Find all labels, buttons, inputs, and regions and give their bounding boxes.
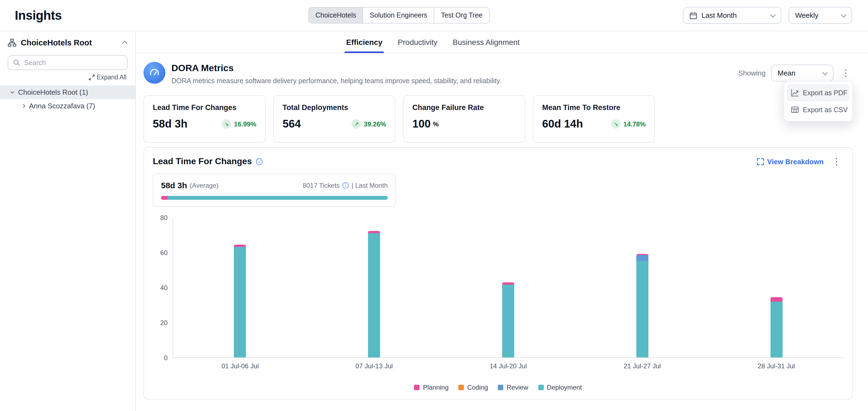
bar-column[interactable]: 28 Jul-31 Jul: [709, 218, 843, 357]
sidebar-header[interactable]: ChoiceHotels Root: [0, 38, 135, 47]
main-panel: Efficiency Productivity Business Alignme…: [136, 31, 868, 411]
stacked-bar[interactable]: [368, 231, 380, 357]
chevron-down-icon: [841, 12, 846, 17]
sidebar-search[interactable]: [8, 55, 128, 70]
dora-kebab-menu[interactable]: ⋮: [839, 68, 852, 78]
export-csv-item[interactable]: Export as CSV: [787, 101, 849, 118]
metric-value: 60d 14h: [542, 118, 583, 130]
dora-gauge-icon: [144, 62, 165, 84]
legend-item-planning[interactable]: Planning: [414, 384, 448, 391]
metric-value: 100: [412, 118, 431, 130]
stacked-bar[interactable]: [637, 254, 648, 357]
aggregation-select[interactable]: Mean: [771, 65, 834, 81]
bar-segment-deployment[interactable]: [502, 284, 514, 357]
bar-segment-planning[interactable]: [368, 231, 380, 233]
date-range-select[interactable]: Last Month: [683, 7, 781, 24]
bar-segment-planning[interactable]: [502, 283, 514, 285]
metric-card-mean-time-to-restore[interactable]: Mean Time To Restore 60d 14h ↘ 14.78%: [533, 95, 655, 143]
bar-segment-deployment[interactable]: [637, 261, 648, 357]
legend-swatch: [414, 385, 420, 390]
bar-column[interactable]: 01 Jul-06 Jul: [173, 218, 307, 357]
sidebar-root-title: ChoiceHotels Root: [21, 38, 118, 47]
view-breakdown-button[interactable]: View Breakdown: [757, 157, 824, 166]
bar-column[interactable]: 14 Jul-20 Jul: [441, 218, 575, 357]
main-content: DORA Metrics DORA metrics measure softwa…: [136, 53, 868, 400]
bar-column[interactable]: 21 Jul-27 Jul: [575, 218, 709, 357]
expand-all-link[interactable]: Expand All: [88, 74, 126, 80]
info-icon[interactable]: [256, 158, 263, 165]
metric-cards: Lead Time For Changes 58d 3h ↘ 16.99% To…: [144, 95, 852, 143]
average-label: (Average): [190, 181, 218, 189]
page-title: Insights: [15, 8, 62, 23]
metric-card-lead-time[interactable]: Lead Time For Changes 58d 3h ↘ 16.99%: [144, 95, 266, 143]
legend-swatch: [458, 385, 464, 390]
metric-card-change-failure-rate[interactable]: Change Failure Rate 100 %: [403, 95, 525, 143]
trend-up-icon: ↗: [352, 119, 361, 129]
tickets-info: 8017 Tickets | Last Month: [303, 181, 388, 189]
y-axis-tick: 40: [160, 284, 167, 292]
tickets-count: 8017 Tickets: [303, 181, 340, 189]
export-pdf-item[interactable]: Export as PDF: [787, 84, 849, 101]
bar-segment-planning[interactable]: [234, 244, 246, 247]
metric-unit: %: [433, 120, 439, 128]
granularity-value: Weekly: [795, 11, 818, 20]
bar-segment-deployment[interactable]: [234, 247, 246, 357]
chevron-right-icon[interactable]: [21, 104, 25, 108]
legend-label: Deployment: [547, 384, 582, 391]
org-tab-choicehotels[interactable]: ChoiceHotels: [309, 8, 363, 23]
info-icon[interactable]: [342, 182, 349, 189]
metric-delta: ↘ 16.99%: [222, 119, 256, 129]
trend-down-icon: ↘: [612, 119, 621, 129]
metric-card-total-deployments[interactable]: Total Deployments 564 ↗ 39.26%: [273, 95, 395, 143]
stacked-bar[interactable]: [770, 297, 782, 357]
legend-item-deployment[interactable]: Deployment: [538, 384, 582, 391]
tab-productivity[interactable]: Productivity: [396, 33, 439, 53]
table-icon: [791, 106, 799, 114]
dora-section-header: DORA Metrics DORA metrics measure softwa…: [144, 62, 852, 85]
tab-efficiency[interactable]: Efficiency: [344, 33, 384, 53]
expand-corners-icon: [757, 158, 764, 165]
bar-column[interactable]: 07 Jul-13 Jul: [307, 218, 441, 357]
legend-item-review[interactable]: Review: [498, 384, 528, 391]
stacked-bar[interactable]: [502, 283, 514, 357]
bar-segment-planning[interactable]: [770, 297, 782, 301]
bar-segment-review[interactable]: [637, 255, 648, 261]
chevron-up-icon[interactable]: [122, 41, 127, 46]
dora-controls: Showing Mean ⋮: [738, 65, 852, 81]
stacked-bar[interactable]: [234, 244, 246, 357]
y-axis: 020406080: [156, 218, 173, 358]
progress-segment-deployment: [168, 196, 388, 200]
bar-segment-deployment[interactable]: [368, 233, 380, 357]
chevron-down-icon: [822, 69, 828, 75]
search-input[interactable]: [24, 59, 122, 67]
expand-all-label: Expand All: [97, 74, 126, 80]
chevron-down-icon[interactable]: [10, 90, 14, 93]
content-layout: ChoiceHotels Root Expand All: [0, 31, 868, 411]
metric-value: 58d 3h: [153, 118, 188, 130]
average-value: 58d 3h: [161, 181, 187, 190]
export-pdf-label: Export as PDF: [803, 89, 847, 97]
org-tab-group: ChoiceHotels Solution Engineers Test Org…: [308, 7, 490, 24]
legend-item-coding[interactable]: Coding: [458, 384, 488, 391]
insights-app: Insights ChoiceHotels Solution Engineers…: [0, 0, 868, 411]
bar-segment-deployment[interactable]: [770, 301, 782, 357]
org-tab-test-org-tree[interactable]: Test Org Tree: [435, 8, 489, 23]
metric-delta: ↗ 39.26%: [352, 119, 386, 129]
legend-swatch: [538, 385, 544, 390]
org-tab-solution-engineers[interactable]: Solution Engineers: [363, 8, 435, 23]
y-axis-tick: 80: [160, 214, 167, 221]
search-icon: [13, 59, 20, 66]
dora-subtitle: DORA metrics measure software delivery p…: [172, 77, 501, 85]
tree-item-choicehotels-root[interactable]: ChoiceHotels Root (1): [0, 85, 135, 99]
tree-item-anna-scozzafava[interactable]: Anna Scozzafava (7): [0, 99, 135, 113]
export-csv-label: Export as CSV: [803, 106, 848, 113]
y-axis-tick: 0: [164, 354, 167, 362]
chart-kebab-menu[interactable]: ⋮: [830, 157, 843, 166]
metric-delta: ↘ 14.78%: [612, 119, 646, 129]
x-axis-label: 28 Jul-31 Jul: [758, 362, 795, 370]
progress-segment-planning: [161, 196, 168, 200]
granularity-select[interactable]: Weekly: [788, 7, 852, 24]
legend-swatch: [498, 385, 503, 390]
tree-item-label: Anna Scozzafava (7): [29, 102, 95, 110]
tab-business-alignment[interactable]: Business Alignment: [451, 33, 521, 53]
